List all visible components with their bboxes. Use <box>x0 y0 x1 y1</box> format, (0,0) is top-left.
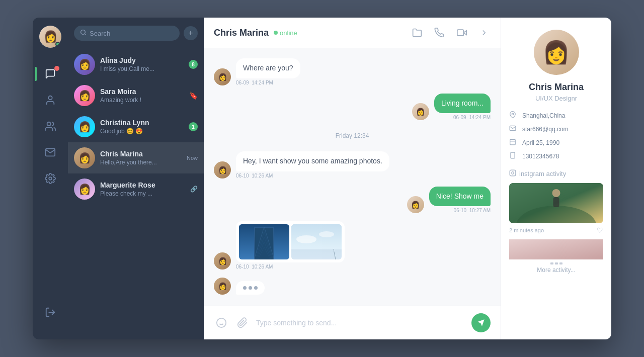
detail-row-location: Shanghai,China <box>509 111 603 120</box>
logout-button[interactable] <box>39 301 61 323</box>
svg-rect-42 <box>553 197 559 207</box>
contact-preview-chris: Hello,Are you there... <box>100 159 182 166</box>
search-input[interactable] <box>90 30 174 37</box>
msg-avatar-received: 👩 <box>214 68 231 85</box>
contact-item-christina[interactable]: 👩 Christina Lynn Good job 😊 😍 1 <box>68 111 204 142</box>
msg-time-4: 06-10 10:26 AM <box>236 173 389 178</box>
video-call-button[interactable] <box>454 26 469 40</box>
detail-row-birthday: April 25, 1990 <box>509 138 603 147</box>
instagram-photo-2[interactable] <box>509 239 603 259</box>
bubble-received-4: Hey, I want show you some amazing photos… <box>236 151 389 171</box>
link-icon: 🔗 <box>190 186 198 193</box>
message-group-6: 1 06-10 10:26 AM <box>236 221 345 270</box>
msg-avatar-received-4: 👩 <box>214 278 231 295</box>
emoji-button[interactable] <box>214 315 229 330</box>
online-status: online <box>274 29 297 37</box>
svg-point-24 <box>319 231 334 237</box>
sidebar-item-groups[interactable] <box>39 115 61 137</box>
add-contact-button[interactable]: + <box>184 26 198 40</box>
chevron-right-icon <box>479 28 489 37</box>
search-icon <box>80 29 87 37</box>
typing-dot-2 <box>249 286 252 290</box>
contact-avatar-marg: 👩 <box>74 178 95 200</box>
svg-point-30 <box>512 113 514 115</box>
instagram-photo-1[interactable] <box>509 183 603 223</box>
typing-dot-1 <box>243 286 247 290</box>
contact-info-christina: Christina Lynn Good job 😊 😍 <box>100 119 184 135</box>
user-online-indicator <box>55 42 60 47</box>
call-button[interactable] <box>432 26 446 40</box>
contact-item-sara[interactable]: 👩 Sara Moira Amazing work ! 🔖 <box>68 80 204 111</box>
svg-rect-35 <box>511 152 515 158</box>
send-button[interactable] <box>471 313 491 332</box>
message-group-2: Living room... 06-09 14:24 PM <box>434 94 491 121</box>
user-avatar[interactable]: 👩 <box>39 26 61 48</box>
chat-header: Chris Marina online <box>204 18 501 48</box>
sidebar-item-chat[interactable] <box>39 63 61 85</box>
contact-info-chris: Chris Marina Hello,Are you there... <box>100 150 182 166</box>
contact-preview-christina: Good job 😊 😍 <box>100 128 184 135</box>
contacts-icon <box>45 95 56 106</box>
more-dot-3 <box>559 262 562 264</box>
svg-marker-6 <box>463 31 466 35</box>
contact-item-marg[interactable]: 👩 Marguerite Rose Please check my ... 🔗 <box>68 173 204 205</box>
folder-icon <box>412 28 422 38</box>
profile-avatar: 👩 <box>534 30 579 75</box>
email-icon <box>509 125 518 133</box>
send-icon <box>477 319 485 327</box>
chat-icon <box>45 68 56 79</box>
svg-point-2 <box>49 177 52 180</box>
emoji-icon <box>216 317 227 328</box>
more-dots <box>550 262 562 264</box>
profile-name: Chris Marina <box>529 82 584 93</box>
contact-preview-sara: Amazing work ! <box>100 97 184 104</box>
unread-badge-alina: 8 <box>189 60 198 69</box>
message-row-4: 👩 Hey, I want show you some amazing phot… <box>214 151 491 178</box>
more-options-button[interactable] <box>477 26 491 39</box>
contact-info-alina: Alina Judy I miss you,Call me... <box>100 56 184 72</box>
sidebar-item-contacts[interactable] <box>39 89 61 111</box>
messages-area: 👩 Where are you? 06-09 14:24 PM Living r… <box>204 48 501 306</box>
contact-list: + 👩 Alina Judy I miss you,Call me... 8 <box>68 18 204 339</box>
typing-dot-3 <box>254 286 258 290</box>
message-input[interactable] <box>256 319 465 327</box>
svg-point-41 <box>552 189 560 197</box>
message-group-1: Where are you? 06-09 14:24 PM <box>236 58 300 85</box>
contact-name-alina: Alina Judy <box>100 56 184 64</box>
sidebar-item-mail[interactable] <box>39 141 61 163</box>
instagram-icon <box>509 169 516 178</box>
bubble-sent-2: Living room... <box>434 94 491 114</box>
contact-item-alina[interactable]: 👩 Alina Judy I miss you,Call me... 8 <box>68 49 204 80</box>
message-row-7: 👩 <box>214 278 491 295</box>
heart-icon[interactable]: ♡ <box>597 226 603 234</box>
bookmark-icon: 🔖 <box>189 92 198 100</box>
phone-icon-profile <box>509 152 518 160</box>
svg-line-5 <box>85 34 86 35</box>
attachment-button[interactable] <box>235 315 250 330</box>
bubble-received-1: Where are you? <box>236 58 300 78</box>
search-input-wrap[interactable] <box>74 26 180 41</box>
chat-header-left: Chris Marina online <box>214 28 297 38</box>
contact-name-christina: Christina Lynn <box>100 119 184 127</box>
profile-details: Shanghai,China star666@qq.com <box>509 111 603 160</box>
detail-row-phone: 13012345678 <box>509 152 603 160</box>
profile-location: Shanghai,China <box>522 112 565 119</box>
message-row-1: 👩 Where are you? 06-09 14:24 PM <box>214 58 491 85</box>
more-activity-label[interactable]: More activity... <box>537 266 575 274</box>
folder-button[interactable] <box>410 26 424 40</box>
contact-item-chris[interactable]: 👩 Chris Marina Hello,Are you there... No… <box>68 142 204 173</box>
svg-text:1: 1 <box>333 248 335 252</box>
contact-name-chris: Chris Marina <box>100 150 182 158</box>
profile-birthday: April 25, 1990 <box>522 139 559 146</box>
message-row-5: Nice! Show me 06-10 10:27 AM 👩 <box>214 187 491 214</box>
paperclip-icon <box>237 317 248 328</box>
instagram-label-text: instgram activity <box>519 170 566 177</box>
sidebar-item-settings[interactable] <box>39 167 61 190</box>
profile-email: star666@qq.com <box>522 126 569 133</box>
svg-rect-43 <box>509 239 603 259</box>
svg-rect-31 <box>510 139 516 145</box>
sidebar-bottom <box>39 293 61 331</box>
msg-time-2: 06-09 14:24 PM <box>434 115 491 120</box>
logout-icon <box>45 307 56 318</box>
contact-avatar-sara: 👩 <box>74 85 95 106</box>
